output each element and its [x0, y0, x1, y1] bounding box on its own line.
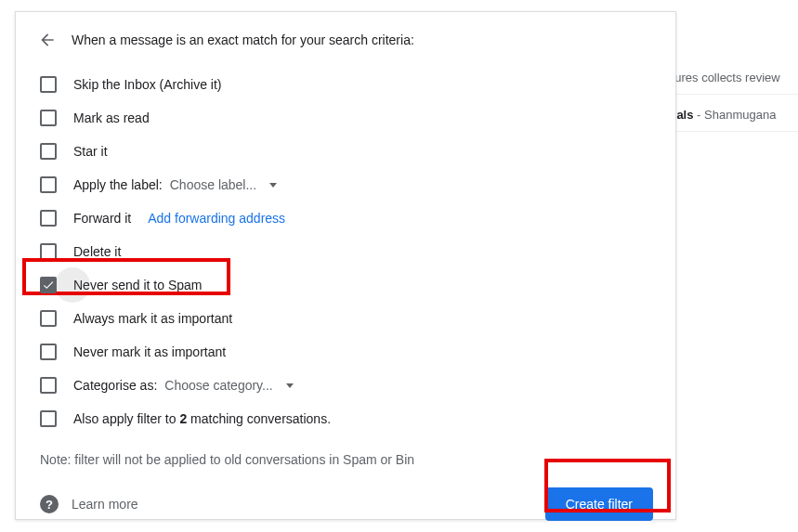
dropdown-choose-category-text: Choose category... — [164, 378, 272, 393]
bg-row-1: gures collects review — [659, 61, 798, 95]
checkbox-categorise[interactable] — [40, 377, 57, 394]
dropdown-choose-label[interactable]: Choose label... — [170, 177, 277, 192]
label-categorise: Categorise as: — [73, 378, 157, 393]
bg-rest: - Shanmugana — [693, 108, 776, 122]
chevron-down-icon — [286, 383, 294, 388]
checkbox-skip-inbox[interactable] — [40, 76, 57, 93]
checkbox-mark-read[interactable] — [40, 110, 57, 126]
checkbox-apply-label[interactable] — [40, 176, 57, 193]
label-also-apply: Also apply filter to 2 matching conversa… — [73, 411, 331, 426]
label-apply-label: Apply the label: — [73, 177, 163, 192]
label-never-important: Never mark it as important — [73, 344, 226, 359]
label-mark-read: Mark as read — [73, 110, 150, 125]
bg-snippet: gures collects review — [668, 71, 780, 84]
also-apply-post: matching conversations. — [187, 411, 331, 426]
checkbox-always-important[interactable] — [40, 310, 57, 327]
bg-row-2: rtals - Shanmugana — [659, 98, 798, 132]
dropdown-choose-category[interactable]: Choose category... — [164, 378, 293, 393]
checkbox-never-important[interactable] — [40, 344, 57, 360]
help-icon: ? — [40, 495, 59, 513]
chevron-down-icon — [269, 183, 277, 188]
checkbox-delete-it[interactable] — [40, 243, 57, 260]
label-delete-it: Delete it — [73, 244, 121, 259]
checkbox-forward-it[interactable] — [40, 210, 57, 227]
label-forward-it: Forward it — [73, 211, 131, 226]
link-add-forwarding-address[interactable]: Add forwarding address — [148, 211, 285, 226]
checkbox-focus-halo — [55, 267, 90, 303]
checkbox-star-it[interactable] — [40, 143, 57, 160]
label-skip-inbox: Skip the Inbox (Archive it) — [73, 77, 222, 92]
filter-options-panel: When a message is an exact match for you… — [15, 11, 676, 520]
note-text: Note: filter will not be applied to old … — [40, 452, 653, 467]
label-star-it: Star it — [73, 144, 108, 159]
back-arrow-icon[interactable] — [38, 31, 57, 49]
label-never-spam: Never send it to Spam — [73, 278, 203, 292]
create-filter-button[interactable]: Create filter — [545, 487, 653, 521]
checkbox-also-apply[interactable] — [40, 410, 57, 427]
also-apply-pre: Also apply filter to — [73, 411, 179, 426]
learn-more-link[interactable]: ? Learn more — [40, 495, 138, 513]
panel-header: When a message is an exact match for you… — [72, 32, 414, 47]
label-always-important: Always mark it as important — [73, 311, 232, 326]
checkbox-never-spam[interactable] — [40, 277, 57, 293]
learn-more-text: Learn more — [72, 497, 138, 512]
dropdown-choose-label-text: Choose label... — [170, 177, 256, 192]
check-icon — [42, 279, 55, 292]
